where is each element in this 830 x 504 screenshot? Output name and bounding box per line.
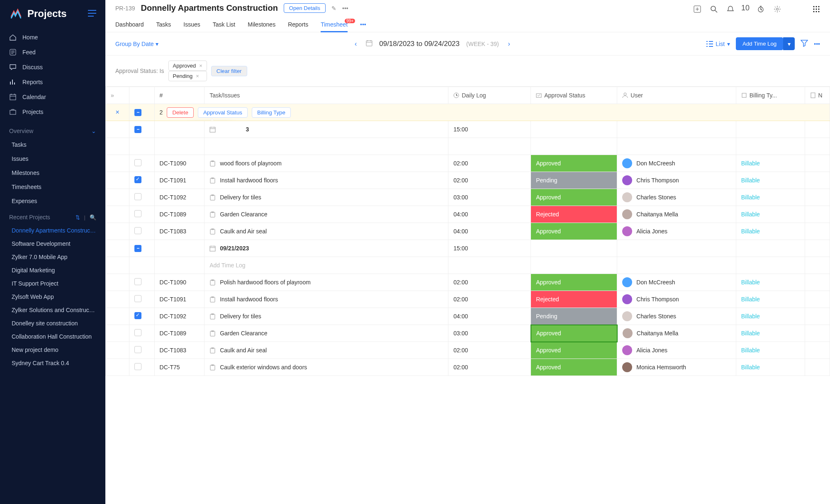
row-checkbox[interactable] (134, 346, 141, 353)
calendar-icon[interactable] (366, 40, 372, 48)
task-name[interactable]: Delivery for tiles (220, 313, 261, 320)
row-checkbox[interactable] (134, 363, 141, 370)
recent-settings-icon[interactable]: ⇅ (75, 214, 80, 220)
selection-indicator-icon[interactable]: − (134, 109, 141, 116)
apps-icon[interactable] (813, 5, 820, 15)
approval-status-cell[interactable]: Rejected (531, 206, 617, 223)
billing-type-cell[interactable]: Billable (736, 325, 805, 342)
task-name[interactable]: Garden Clearance (220, 330, 267, 337)
row-checkbox[interactable] (134, 176, 141, 183)
more-icon[interactable]: ••• (342, 5, 348, 12)
collapse-group-icon[interactable]: − (134, 245, 141, 252)
recent-project[interactable]: Digital Marketing (0, 264, 105, 277)
recent-search-icon[interactable]: 🔍 (90, 214, 96, 220)
add-time-log-dropdown-icon[interactable]: ▾ (783, 37, 795, 50)
nav-home[interactable]: Home (0, 30, 105, 45)
overview-timesheets[interactable]: Timesheets (0, 180, 105, 194)
billing-type-cell[interactable]: Billable (736, 155, 805, 172)
table-row[interactable]: DC-T1092Delivery for tiles03:00ApprovedC… (106, 189, 830, 206)
approval-status-cell[interactable]: Approved (531, 274, 617, 291)
filter-chip[interactable]: Approved× (168, 61, 207, 71)
approval-status-cell[interactable]: Pending (531, 308, 617, 325)
billing-type-cell[interactable]: Billable (736, 223, 805, 240)
delete-button[interactable]: Delete (167, 107, 194, 118)
search-icon[interactable] (710, 5, 718, 15)
recent-project[interactable]: Donnelly Apartments Construction (0, 224, 105, 237)
recent-project[interactable]: New project demo (0, 343, 105, 356)
edit-icon[interactable]: ✎ (331, 5, 336, 12)
group-by-dropdown[interactable]: Group By Date ▾ (115, 41, 158, 47)
table-row[interactable]: DC-T1089Garden Clearance03:00ApprovedCha… (106, 325, 830, 342)
table-row[interactable]: DC-T1083Caulk and Air seal02:00ApprovedA… (106, 342, 830, 359)
table-row[interactable]: DC-T1083Caulk and Air seal04:00ApprovedA… (106, 223, 830, 240)
tab-tasks[interactable]: Tasks (156, 17, 171, 32)
table-row[interactable]: DC-T1091Install hardwood floors02:00Reje… (106, 291, 830, 308)
recent-project[interactable]: Sydney Cart Track 0.4 (0, 356, 105, 370)
chip-remove-icon[interactable]: × (196, 73, 199, 79)
settings-icon[interactable] (774, 5, 781, 15)
recent-project[interactable]: Zylsoft Web App (0, 290, 105, 303)
overview-milestones[interactable]: Milestones (0, 166, 105, 180)
table-row[interactable]: DC-T1089Garden Clearance04:00RejectedCha… (106, 206, 830, 223)
billing-type-cell[interactable]: Billable (736, 342, 805, 359)
task-name[interactable]: Polish hardwood floors of playroom (220, 279, 311, 286)
tab-timesheet[interactable]: Timesheet99+ (321, 17, 348, 32)
row-checkbox[interactable] (134, 210, 141, 217)
user-avatar[interactable] (790, 3, 803, 17)
row-checkbox[interactable] (134, 329, 141, 336)
nav-discuss[interactable]: Discuss (0, 60, 105, 75)
more-options-icon[interactable]: ••• (814, 41, 820, 47)
row-checkbox[interactable] (134, 278, 141, 285)
sidebar-toggle-icon[interactable] (88, 10, 96, 18)
table-row[interactable]: DC-T1091Install hardwood floors02:00Pend… (106, 172, 830, 189)
view-dropdown[interactable]: List ▾ (706, 41, 730, 47)
task-name[interactable]: Delivery for tiles (220, 194, 261, 201)
date-prev-icon[interactable]: ‹ (352, 40, 359, 48)
tabs-more-icon[interactable]: ••• (360, 17, 366, 32)
approval-status-cell[interactable]: Approved (531, 189, 617, 206)
chevron-down-icon[interactable]: ⌄ (91, 128, 96, 134)
task-name[interactable]: Garden Clearance (220, 211, 267, 218)
approval-status-cell[interactable]: Rejected (531, 291, 617, 308)
nav-projects[interactable]: Projects (0, 104, 105, 119)
recent-project[interactable]: Software Development (0, 237, 105, 250)
recent-project[interactable]: Donelley site construction (0, 317, 105, 330)
billing-type-cell[interactable]: Billable (736, 291, 805, 308)
billing-type-cell[interactable]: Billable (736, 308, 805, 325)
row-checkbox[interactable] (134, 159, 141, 166)
row-checkbox[interactable] (134, 295, 141, 302)
row-checkbox[interactable] (134, 312, 141, 319)
billing-type-button[interactable]: Billing Type (252, 107, 291, 118)
tab-milestones[interactable]: Milestones (248, 17, 275, 32)
add-time-log-inline[interactable]: Add Time Log (209, 262, 245, 269)
billing-type-cell[interactable]: Billable (736, 189, 805, 206)
table-row[interactable]: DC-T1090wood floors of playroom02:00Appr… (106, 155, 830, 172)
date-next-icon[interactable]: › (506, 40, 513, 48)
overview-expenses[interactable]: Expenses (0, 194, 105, 208)
tab-reports[interactable]: Reports (288, 17, 308, 32)
approval-status-cell[interactable]: Approved (531, 359, 617, 376)
approval-status-cell[interactable]: Approved (531, 155, 617, 172)
timer-icon[interactable] (757, 5, 764, 15)
table-row[interactable]: DC-T1090Polish hardwood floors of playro… (106, 274, 830, 291)
task-name[interactable]: Install hardwood floors (220, 177, 278, 184)
approval-status-cell[interactable]: Approved (531, 342, 617, 359)
tab-issues[interactable]: Issues (183, 17, 200, 32)
close-selection-icon[interactable]: × (115, 109, 119, 116)
task-name[interactable]: wood floors of playroom (220, 160, 282, 167)
nav-calendar[interactable]: Calendar (0, 90, 105, 104)
open-details-button[interactable]: Open Details (284, 3, 326, 13)
nav-reports[interactable]: Reports (0, 75, 105, 90)
chip-remove-icon[interactable]: × (199, 63, 202, 69)
overview-tasks[interactable]: Tasks (0, 138, 105, 152)
approval-status-cell[interactable]: Approved (531, 223, 617, 240)
notifications-icon[interactable]: 10 (727, 5, 748, 15)
billing-type-cell[interactable]: Billable (736, 172, 805, 189)
clear-filter-button[interactable]: Clear filter (211, 66, 247, 76)
filter-icon[interactable] (801, 39, 808, 48)
recent-project[interactable]: Zylker 7.0 Mobile App (0, 250, 105, 264)
filter-chip[interactable]: Pending× (168, 71, 207, 81)
task-name[interactable]: Caulk and Air seal (220, 228, 267, 235)
collapse-group-icon[interactable]: − (134, 126, 141, 133)
table-row[interactable]: DC-T1092Delivery for tiles04:00PendingCh… (106, 308, 830, 325)
